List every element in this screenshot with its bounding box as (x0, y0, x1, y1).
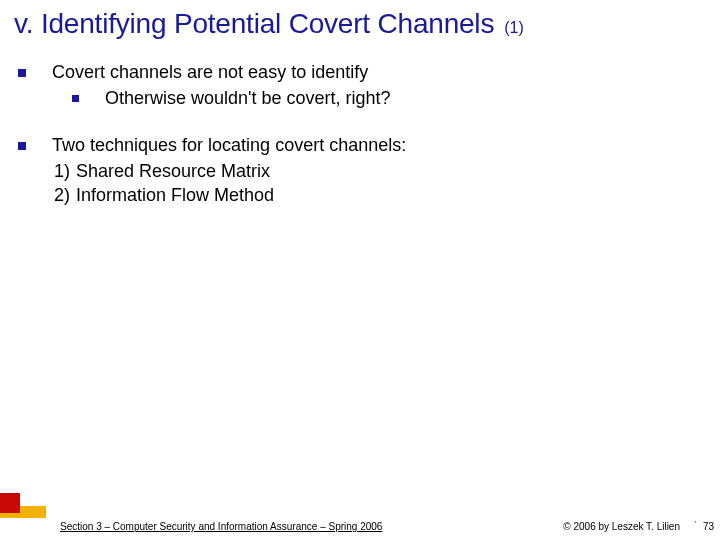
enum-item-1: 1) Shared Resource Matrix (54, 159, 702, 183)
enum-label: Information Flow Method (76, 183, 274, 207)
slide: v. Identifying Potential Covert Channels… (0, 0, 720, 540)
bullet-square-icon (72, 95, 79, 102)
enum-num: 2) (54, 183, 70, 207)
footer-tick: ' (694, 519, 696, 528)
bullet-square-icon (18, 142, 26, 150)
bullet-1-text: Covert channels are not easy to identify (52, 60, 702, 84)
footer-left-text: Section 3 – Computer Security and Inform… (60, 521, 382, 532)
slide-title: v. Identifying Potential Covert Channels (14, 8, 494, 40)
bullet-2-block: Two techniques for locating covert chann… (18, 133, 702, 208)
enum-num: 1) (54, 159, 70, 183)
footer-copyright: © 2006 by Leszek T. Lilien (563, 521, 680, 532)
bullet-1-sub: Otherwise wouldn't be covert, right? (72, 86, 702, 110)
bullet-2-text: Two techniques for locating covert chann… (52, 133, 702, 157)
corner-accent (0, 492, 46, 518)
title-row: v. Identifying Potential Covert Channels… (0, 0, 720, 50)
content-area: Covert channels are not easy to identify… (0, 50, 720, 207)
bullet-1: Covert channels are not easy to identify (18, 60, 702, 84)
bullet-2-enum: 1) Shared Resource Matrix 2) Information… (54, 159, 702, 208)
bullet-1-sub-text: Otherwise wouldn't be covert, right? (105, 86, 702, 110)
bullet-square-icon (18, 69, 26, 77)
slide-title-suffix: (1) (504, 19, 524, 37)
accent-red (0, 493, 20, 513)
enum-label: Shared Resource Matrix (76, 159, 270, 183)
footer: Section 3 – Computer Security and Inform… (0, 492, 720, 532)
enum-item-2: 2) Information Flow Method (54, 183, 702, 207)
page-number: 73 (703, 521, 714, 532)
bullet-2: Two techniques for locating covert chann… (18, 133, 702, 157)
